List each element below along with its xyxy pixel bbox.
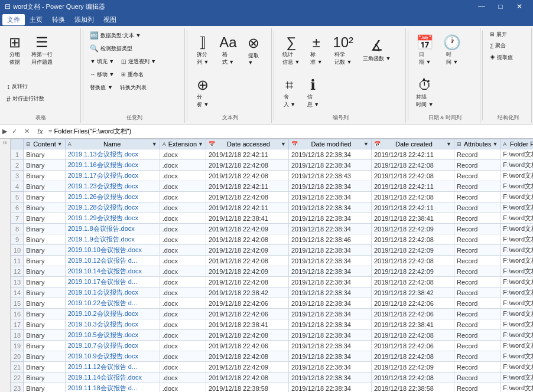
rename-button[interactable]: ⊞ 重命名 [118,68,147,80]
cell-content: Binary [24,256,65,266]
cell-extension: .docx [160,266,206,277]
table-row[interactable]: 9 Binary 2019.1.9会议报告.docx .docx 2019/12… [11,234,534,245]
format-button[interactable]: Aa 格式 ▼ [215,30,240,71]
row-number: 16 [11,309,24,319]
extract-val-button[interactable]: ◈ 提取值 [487,53,529,63]
cell-attributes: Record [454,330,500,341]
split-col-button[interactable]: ⟧ 拆分列 ▼ [191,30,214,71]
row-number: 6 [11,202,24,213]
cell-date-accessed: 2019/12/18 22:42:08 [206,256,288,266]
table-row[interactable]: 22 Binary 2019.11.14会议报告.docx .docx 2019… [11,373,534,383]
table-row[interactable]: 21 Binary 2019.11.12会议报告 d... .docx 2019… [11,362,534,373]
row-number: 13 [11,277,24,288]
unpivot-button[interactable]: ◫ 逆透视列 ▼ [118,55,159,67]
col-attributes[interactable]: ⊟ Attributes ▼ [454,139,500,149]
minimize-button[interactable]: — [473,1,490,12]
cell-date-accessed: 2019/12/18 22:38:41 [206,319,288,330]
stats-button[interactable]: ∑ 统计信息 ▼ [278,30,304,71]
trig-button[interactable]: ∡ 三角函数 ▼ [359,30,395,71]
col-date-accessed[interactable]: 📅 Date accessed ▼ [206,139,288,149]
menu-view[interactable]: 视图 [99,14,121,25]
table-row[interactable]: 18 Binary 2019.10.5会议报告.docx .docx 2019/… [11,330,534,341]
duration-button[interactable]: ⏱ 持续时间 ▼ [412,72,437,113]
extract-button[interactable]: ⊗ 提取▼ [242,30,265,71]
col-name[interactable]: A Name ▼ [65,139,160,149]
first-row-button[interactable]: ☰ 将第一行用作题题 [27,30,57,71]
table-row[interactable]: 17 Binary 2019.10.3会议报告.docx .docx 2019/… [11,319,534,330]
sci-button[interactable]: 10² 科学记数 ▼ [329,30,358,71]
table-row[interactable]: 5 Binary 2019.1.26会议报告.docx .docx 2019/1… [11,192,534,202]
col-date-created[interactable]: 📅 Date created ▼ [371,139,454,149]
table-row[interactable]: 2 Binary 2019.1.16会议报告.docx .docx 2019/1… [11,160,534,171]
table-row[interactable]: 23 Binary 2019.11.18会议报告 d... .docx 2019… [11,383,534,393]
close-button[interactable]: ✕ [511,1,528,12]
queries-icon[interactable]: ≡ [2,141,8,145]
ext-filter[interactable]: ▼ [198,141,203,147]
table-row[interactable]: 10 Binary 2019.10.10会议报告.docx .docx 2019… [11,245,534,256]
table-row[interactable]: 4 Binary 2019.1.23会议报告.docx .docx 2019/1… [11,181,534,192]
cell-content: Binary [24,266,65,277]
attr-filter[interactable]: ▼ [492,141,498,147]
table-row[interactable]: 13 Binary 2019.10.17会议报告 d... .docx 2019… [11,277,534,288]
table-row[interactable]: 16 Binary 2019.10.2会议报告.docx .docx 2019/… [11,309,534,319]
cell-date-modified: 2019/12/18 22:38:34 [288,256,371,266]
std-button[interactable]: ± 标准 ▼ [305,30,327,71]
created-filter[interactable]: ▼ [446,141,451,147]
reverse-rows-button[interactable]: ↕ 反转行 [4,81,47,93]
round-button[interactable]: ⌗ 舍入 ▼ [278,72,301,113]
menu-add-column[interactable]: 添加列 [70,14,99,25]
nav-arrow[interactable]: ▶ [2,128,7,135]
cell-folder-path: F:\word文档\ [500,277,533,288]
x-mark[interactable]: ✕ [22,128,32,135]
table-row[interactable]: 19 Binary 2019.10.7会议报告.docx .docx 2019/… [11,341,534,351]
table-row[interactable]: 8 Binary 2019.1.8会议报告.docx .docx 2019/12… [11,224,534,234]
cell-date-modified: 2019/12/18 22:38:34 [288,149,371,160]
table-row[interactable]: 15 Binary 2019.10.22会议报告 d... .docx 2019… [11,298,534,309]
content-filter[interactable]: ▼ [57,141,63,147]
aggregate-button[interactable]: ∑ 聚合 [487,41,529,51]
count-rows-button[interactable]: # 对行进行计数 [4,93,47,105]
cell-date-accessed: 2019/12/18 22:42:08 [206,160,288,171]
col-extension[interactable]: A Extension ▼ [160,139,206,149]
replace-button[interactable]: 替换值 ▼ [87,81,115,93]
date-button[interactable]: 📅 日期 ▼ [412,30,438,71]
data-table-container[interactable]: ⊟ Content ▼ A Name ▼ [11,139,533,392]
col-content[interactable]: ⊟ Content ▼ [24,139,65,149]
table-row[interactable]: 7 Binary 2019.1.29会议报告.docx .docx 2019/1… [11,213,534,224]
name-filter[interactable]: ▼ [152,141,157,147]
cell-extension: .docx [160,341,206,351]
col-date-modified[interactable]: 📅 Date modified ▼ [288,139,371,149]
fill-button[interactable]: ▼ 填充 ▼ [87,55,117,67]
table-row[interactable]: 3 Binary 2019.1.17会议报告.docx .docx 2019/1… [11,171,534,181]
cell-folder-path: F:\word文档\ [500,149,533,160]
modified-filter[interactable]: ▼ [363,141,369,147]
table-row[interactable]: 6 Binary 2019.1.28会议报告.docx .docx 2019/1… [11,202,534,213]
time-button[interactable]: 🕐 时间 ▼ [439,30,465,71]
check-mark[interactable]: ✓ [9,128,20,135]
menu-home[interactable]: 主页 [25,14,47,25]
cell-date-created: 2019/12/18 22:42:06 [371,298,454,309]
table-row[interactable]: 14 Binary 2019.10.1会议报告.docx .docx 2019/… [11,288,534,298]
move-button[interactable]: ↔ 移动 ▼ [87,68,117,80]
expand-button[interactable]: ⊞ 展开 [487,30,529,40]
table-row[interactable]: 1 Binary 2019.1.13会议报告.docx .docx 2019/1… [11,149,534,160]
col-folder-path[interactable]: A Folder Path ▼ [500,139,533,149]
formula-input[interactable] [48,128,531,135]
menu-file[interactable]: 文件 [2,14,25,25]
info-button[interactable]: ℹ 信息 ▼ [302,72,324,113]
cell-date-modified: 2019/12/18 22:38:43 [288,171,371,181]
accessed-filter[interactable]: ▼ [281,141,286,147]
ribbon-group-num-col: ∑ 统计信息 ▼ ± 标准 ▼ 10² 科学记数 ▼ ∡ 三角函数 ▼ ⌗ [276,28,406,123]
row-number: 1 [11,149,24,160]
table-row[interactable]: 20 Binary 2019.10.9会议报告.docx .docx 2019/… [11,351,534,362]
to-list-button[interactable]: 转换为列表 [117,81,150,93]
maximize-button[interactable]: □ [492,1,509,12]
cell-date-modified: 2019/12/18 22:38:34 [288,224,371,234]
group-by-button[interactable]: ⊞ 分组依据 [4,30,26,71]
table-row[interactable]: 12 Binary 2019.10.14会议报告.docx .docx 2019… [11,266,534,277]
table-row[interactable]: 11 Binary 2019.10.12会议报告 d... .docx 2019… [11,256,534,266]
data-type-button[interactable]: 🔤 数据类型:文本 ▼ [87,30,182,41]
detect-type-button[interactable]: 🔍 检测数据类型 [87,43,182,54]
menu-transform[interactable]: 转换 [47,14,70,25]
parse-button[interactable]: ⊕ 分析 ▼ [191,72,214,113]
